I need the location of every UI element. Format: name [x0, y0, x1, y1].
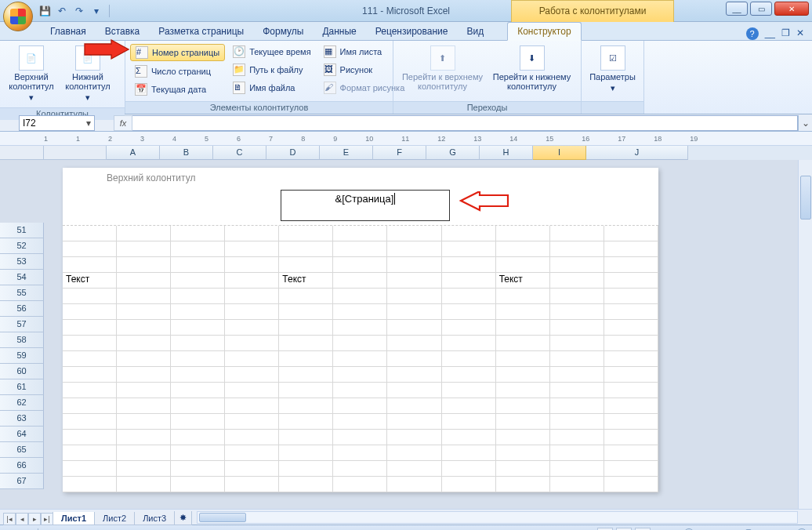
redo-icon[interactable]: ↷: [72, 4, 86, 18]
cell[interactable]: [333, 304, 387, 320]
cell[interactable]: [117, 289, 171, 304]
cell[interactable]: [496, 414, 550, 430]
cell[interactable]: [225, 461, 279, 477]
cell[interactable]: [442, 351, 496, 367]
cell[interactable]: [333, 414, 387, 430]
cell[interactable]: [550, 241, 604, 257]
header-center-input[interactable]: &[Страница]: [281, 190, 450, 221]
cell[interactable]: [171, 461, 225, 477]
sheet-tab[interactable]: Лист1: [53, 512, 95, 525]
cell[interactable]: [117, 445, 171, 461]
cell[interactable]: [387, 445, 441, 461]
row-header[interactable]: 53: [0, 254, 44, 270]
cell[interactable]: [442, 477, 496, 492]
cell[interactable]: [225, 241, 279, 257]
cell[interactable]: [604, 320, 658, 336]
cell[interactable]: [117, 414, 171, 430]
cell[interactable]: [117, 367, 171, 383]
cell[interactable]: [63, 320, 117, 336]
cell[interactable]: [387, 226, 441, 241]
cell[interactable]: [279, 226, 333, 241]
cell[interactable]: [63, 430, 117, 445]
fx-button[interactable]: fx: [114, 115, 132, 131]
cell[interactable]: [333, 445, 387, 461]
cell[interactable]: [171, 273, 225, 289]
qat-customize-icon[interactable]: ▾: [89, 4, 103, 18]
cell[interactable]: [442, 445, 496, 461]
cell[interactable]: [496, 461, 550, 477]
column-header[interactable]: A: [107, 146, 160, 160]
cell[interactable]: [496, 367, 550, 383]
chevron-down-icon[interactable]: ▾: [86, 118, 91, 129]
tab-nav-last[interactable]: ▸|: [41, 513, 53, 525]
cell[interactable]: [442, 414, 496, 430]
cell[interactable]: [604, 430, 658, 445]
sheet-name-button[interactable]: ▦Имя листа: [319, 44, 410, 60]
cell[interactable]: [63, 351, 117, 367]
cell[interactable]: [496, 226, 550, 241]
row-header[interactable]: 60: [0, 364, 44, 379]
cell[interactable]: [550, 336, 604, 351]
cell[interactable]: [387, 273, 441, 289]
cell[interactable]: [225, 336, 279, 351]
cell[interactable]: [117, 273, 171, 289]
cell[interactable]: [496, 320, 550, 336]
cell[interactable]: [279, 304, 333, 320]
header-zone[interactable]: Верхний колонтитул &[Страница]: [63, 168, 658, 226]
cell[interactable]: [279, 430, 333, 445]
cell[interactable]: [117, 257, 171, 273]
cell[interactable]: [387, 414, 441, 430]
cell[interactable]: [117, 430, 171, 445]
cell[interactable]: [550, 320, 604, 336]
cell[interactable]: [171, 477, 225, 492]
cell[interactable]: [171, 320, 225, 336]
cell[interactable]: [496, 289, 550, 304]
column-header[interactable]: C: [213, 146, 266, 160]
sheet-tab[interactable]: Лист3: [134, 512, 175, 525]
expand-formula-icon[interactable]: ⌄: [798, 115, 812, 131]
cell[interactable]: [171, 445, 225, 461]
cell[interactable]: [333, 241, 387, 257]
cell[interactable]: [604, 257, 658, 273]
cell[interactable]: [604, 398, 658, 414]
cell[interactable]: [279, 336, 333, 351]
cell[interactable]: [550, 430, 604, 445]
row-header[interactable]: 61: [0, 379, 44, 395]
cell[interactable]: [604, 336, 658, 351]
cell[interactable]: [63, 336, 117, 351]
mdi-restore-icon[interactable]: ❐: [781, 27, 790, 40]
cell[interactable]: [442, 398, 496, 414]
cell[interactable]: [225, 304, 279, 320]
parameters-button[interactable]: ☑ Параметры▾: [586, 44, 639, 95]
cell[interactable]: [442, 257, 496, 273]
column-header[interactable]: J: [586, 146, 688, 160]
column-header[interactable]: I: [533, 146, 586, 160]
cell[interactable]: [333, 257, 387, 273]
cell[interactable]: [171, 430, 225, 445]
cell[interactable]: [604, 445, 658, 461]
cell[interactable]: [442, 367, 496, 383]
column-header[interactable]: G: [426, 146, 480, 160]
cell[interactable]: [333, 336, 387, 351]
row-header[interactable]: 65: [0, 442, 44, 458]
cell[interactable]: [63, 304, 117, 320]
cell[interactable]: [279, 445, 333, 461]
cell[interactable]: [550, 289, 604, 304]
cell[interactable]: [496, 336, 550, 351]
cell[interactable]: [604, 351, 658, 367]
cell[interactable]: [171, 414, 225, 430]
cell[interactable]: Текст: [496, 273, 550, 289]
row-header[interactable]: 58: [0, 332, 44, 348]
cell[interactable]: [63, 414, 117, 430]
cell[interactable]: [604, 289, 658, 304]
header-button[interactable]: 📄 Верхний колонтитул▾: [5, 44, 58, 104]
cell[interactable]: [442, 430, 496, 445]
cell[interactable]: Текст: [279, 273, 333, 289]
cell[interactable]: [442, 241, 496, 257]
cell[interactable]: [604, 477, 658, 492]
cell[interactable]: [225, 445, 279, 461]
file-name-button[interactable]: 🗎Имя файла: [228, 80, 315, 96]
tab-data[interactable]: Данные: [313, 23, 365, 40]
new-sheet-tab[interactable]: ✸: [174, 511, 192, 525]
cell[interactable]: [63, 445, 117, 461]
